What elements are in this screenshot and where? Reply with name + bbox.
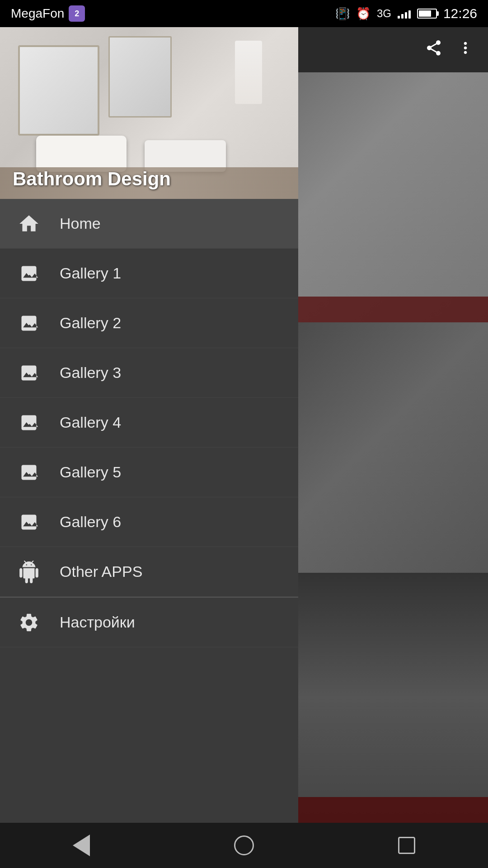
home-circle-icon bbox=[234, 835, 254, 855]
menu-settings-label: Настройки bbox=[60, 613, 135, 631]
menu-gallery6-label: Gallery 6 bbox=[60, 513, 121, 531]
bathroom-towel-decoration bbox=[235, 41, 262, 104]
settings-icon bbox=[16, 610, 42, 635]
bottom-nav-bar bbox=[0, 823, 488, 868]
status-bar-right: 📳 ⏰ 3G 12:26 bbox=[335, 6, 477, 21]
signal-bar-3 bbox=[405, 12, 407, 19]
bathroom-sink-decoration bbox=[36, 136, 127, 172]
status-bar: MegaFon 2 📳 ⏰ 3G 12:26 bbox=[0, 0, 488, 27]
menu-home-label: Home bbox=[60, 215, 101, 232]
home-button[interactable] bbox=[226, 827, 262, 863]
navigation-drawer: Bathroom Design Home Gallery 1 bbox=[0, 27, 298, 823]
carrier-name: MegaFon bbox=[11, 6, 64, 21]
recents-button[interactable] bbox=[389, 827, 425, 863]
more-options-button[interactable] bbox=[456, 39, 474, 61]
gallery6-icon bbox=[16, 509, 42, 535]
gallery3-icon bbox=[16, 360, 42, 386]
alarm-icon: ⏰ bbox=[356, 7, 371, 21]
battery-icon bbox=[417, 9, 437, 19]
back-button[interactable] bbox=[63, 827, 99, 863]
menu-gallery2-label: Gallery 2 bbox=[60, 314, 121, 332]
vibrate-icon: 📳 bbox=[335, 7, 350, 21]
menu-item-gallery6[interactable]: Gallery 6 bbox=[0, 497, 298, 547]
recents-icon bbox=[398, 837, 415, 854]
bathroom-mirror-decoration bbox=[18, 45, 99, 136]
carrier-icon: 2 bbox=[69, 5, 85, 22]
signal-bars bbox=[398, 9, 411, 19]
signal-bar-1 bbox=[398, 16, 400, 19]
network-type: 3G bbox=[377, 7, 391, 20]
drawer-menu: Home Gallery 1 Gallery 2 bbox=[0, 199, 298, 823]
status-bar-left: MegaFon 2 bbox=[11, 5, 85, 22]
signal-bar-2 bbox=[401, 14, 404, 19]
gallery5-icon bbox=[16, 460, 42, 485]
menu-gallery5-label: Gallery 5 bbox=[60, 463, 121, 481]
drawer-hero: Bathroom Design bbox=[0, 27, 298, 199]
status-time: 12:26 bbox=[443, 6, 477, 21]
menu-gallery4-label: Gallery 4 bbox=[60, 414, 121, 431]
gallery2-icon bbox=[16, 311, 42, 336]
gallery4-icon bbox=[16, 410, 42, 435]
signal-bar-4 bbox=[408, 10, 411, 19]
menu-item-otherapps[interactable]: Other APPS bbox=[0, 547, 298, 597]
android-icon bbox=[16, 559, 42, 585]
menu-otherapps-label: Other APPS bbox=[60, 563, 142, 580]
menu-item-gallery5[interactable]: Gallery 5 bbox=[0, 448, 298, 497]
share-button[interactable] bbox=[425, 39, 443, 61]
menu-item-home[interactable]: Home bbox=[0, 199, 298, 249]
menu-item-gallery2[interactable]: Gallery 2 bbox=[0, 298, 298, 348]
hero-title: Bathroom Design bbox=[13, 168, 171, 190]
menu-item-gallery1[interactable]: Gallery 1 bbox=[0, 249, 298, 298]
menu-item-settings[interactable]: Настройки bbox=[0, 598, 298, 647]
menu-gallery3-label: Gallery 3 bbox=[60, 364, 121, 382]
menu-item-gallery3[interactable]: Gallery 3 bbox=[0, 348, 298, 398]
home-icon bbox=[16, 211, 42, 236]
menu-gallery1-label: Gallery 1 bbox=[60, 264, 121, 282]
gallery1-icon bbox=[16, 261, 42, 286]
back-icon bbox=[73, 835, 90, 856]
menu-item-gallery4[interactable]: Gallery 4 bbox=[0, 398, 298, 448]
